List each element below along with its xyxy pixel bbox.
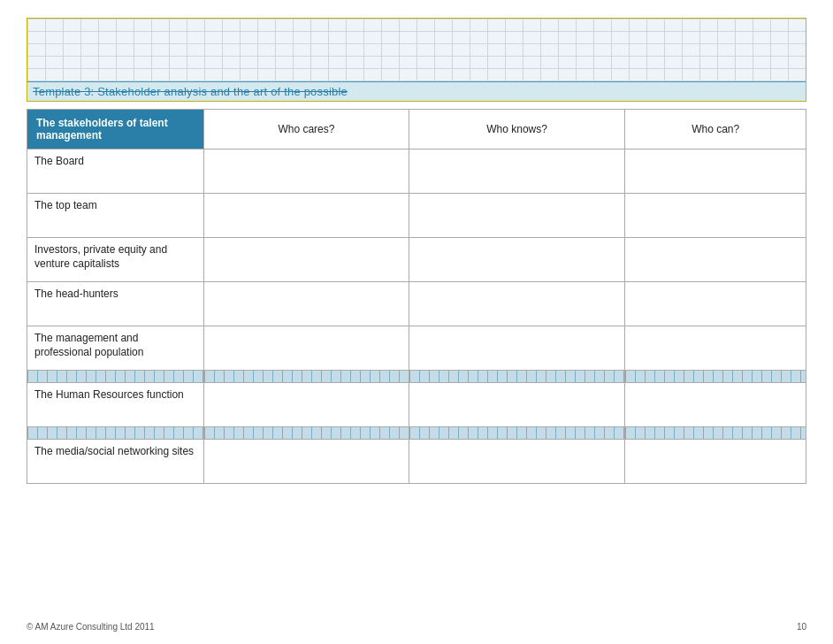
footer-page-number: 10 — [797, 622, 806, 632]
col-header-cares: Who cares? — [204, 110, 409, 150]
can-cell — [625, 440, 806, 484]
top-grid-area: Template 3: Stakeholder analysis and the… — [27, 18, 806, 102]
page-footer: © AM Azure Consulting Ltd 2011 10 — [27, 622, 806, 632]
template-title-bar: Template 3: Stakeholder analysis and the… — [27, 81, 806, 101]
cares-cell — [204, 150, 409, 194]
can-cell — [625, 326, 806, 371]
can-cell — [625, 150, 806, 194]
table-row: The head-hunters — [27, 282, 806, 326]
table-row: The Human Resources function — [27, 383, 806, 427]
table-row: Investors, private equity and venture ca… — [27, 238, 806, 282]
cares-cell — [204, 383, 409, 427]
knows-cell — [409, 383, 625, 427]
stakeholder-table: The stakeholders of talent management Wh… — [27, 109, 806, 484]
cares-cell — [204, 238, 409, 282]
template-title: Template 3: Stakeholder analysis and the… — [33, 85, 348, 98]
footer-copyright: © AM Azure Consulting Ltd 2011 — [27, 622, 155, 632]
can-cell — [625, 238, 806, 282]
knows-cell — [409, 150, 625, 194]
stakeholder-cell: Investors, private equity and venture ca… — [27, 238, 204, 282]
can-cell — [625, 194, 806, 238]
knows-cell — [409, 194, 625, 238]
col-header-can: Who can? — [625, 110, 806, 150]
table-header-row: The stakeholders of talent management Wh… — [27, 110, 806, 150]
grid-separator-row — [27, 427, 806, 440]
stakeholder-cell: The top team — [27, 194, 204, 238]
table-row: The management and professional populati… — [27, 326, 806, 371]
table-row: The top team — [27, 194, 806, 238]
table-row: The Board — [27, 150, 806, 194]
table-row: The media/social networking sites — [27, 440, 806, 484]
grid-separator-row — [27, 371, 806, 383]
can-cell — [625, 282, 806, 326]
col-header-stakeholders: The stakeholders of talent management — [27, 110, 204, 150]
knows-cell — [409, 326, 625, 371]
stakeholder-cell: The media/social networking sites — [27, 440, 204, 484]
page: Template 3: Stakeholder analysis and the… — [0, 0, 833, 644]
knows-cell — [409, 440, 625, 484]
can-cell — [625, 383, 806, 427]
cares-cell — [204, 194, 409, 238]
knows-cell — [409, 282, 625, 326]
stakeholder-cell: The head-hunters — [27, 282, 204, 326]
cares-cell — [204, 326, 409, 371]
knows-cell — [409, 238, 625, 282]
col-header-knows: Who knows? — [409, 110, 625, 150]
cares-cell — [204, 282, 409, 326]
stakeholder-cell: The Board — [27, 150, 204, 194]
stakeholder-cell: The management and professional populati… — [27, 326, 204, 371]
cares-cell — [204, 440, 409, 484]
stakeholder-cell: The Human Resources function — [27, 383, 204, 427]
